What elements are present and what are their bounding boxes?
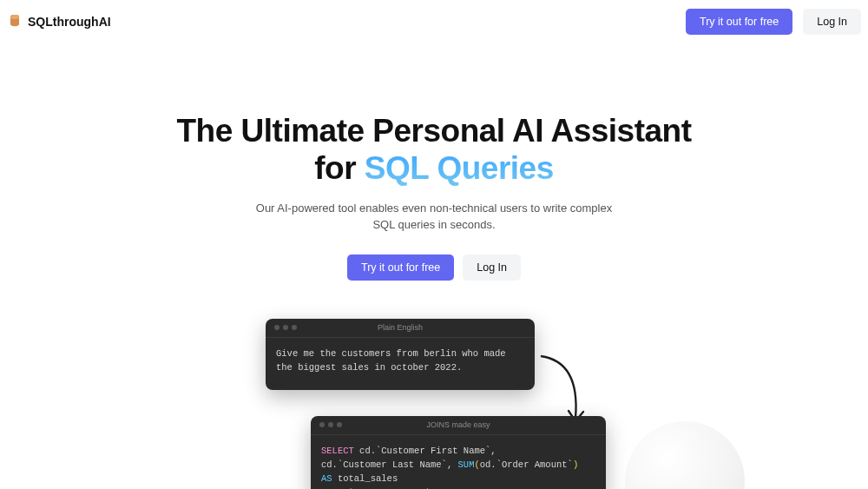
input-card-body: Give me the customers from berlin who ma… <box>266 338 535 384</box>
header-login-button[interactable]: Log In <box>803 9 861 35</box>
hero-title-highlight: SQL Queries <box>365 150 554 186</box>
hero-subtitle: Our AI-powered tool enables even non-tec… <box>252 201 616 234</box>
card-titlebar: Plain English <box>266 319 535 338</box>
hero-try-button[interactable]: Try it out for free <box>347 254 454 281</box>
code-line: SELECT cd.`Customer First Name`, <box>321 444 595 458</box>
demo-output-card: JOINS made easy SELECT cd.`Customer Firs… <box>311 416 606 489</box>
svg-point-1 <box>10 15 19 19</box>
output-card-title: JOINS made easy <box>426 420 490 429</box>
decorative-sphere <box>625 421 745 489</box>
hero-login-button[interactable]: Log In <box>463 254 521 281</box>
hero-title: The Ultimate Personal AI Assistant for S… <box>156 113 712 187</box>
header: SQLthroughAI Try it out for free Log In <box>0 0 868 43</box>
code-line: FROM `Customer Data` cd <box>321 486 595 489</box>
code-line: cd.`Customer Last Name`, SUM(od.`Order A… <box>321 458 595 472</box>
demo-input-card: Plain English Give me the customers from… <box>266 319 535 390</box>
header-try-button[interactable]: Try it out for free <box>686 9 792 35</box>
card-titlebar: JOINS made easy <box>311 416 606 435</box>
brand-logo-icon <box>7 14 23 30</box>
hero: The Ultimate Personal AI Assistant for S… <box>0 43 868 489</box>
demo-cards: Plain English Give me the customers from… <box>0 319 868 489</box>
code-line: AS total_sales <box>321 472 595 486</box>
header-buttons: Try it out for free Log In <box>686 9 861 35</box>
window-dots-icon <box>274 325 297 330</box>
output-card-body: SELECT cd.`Customer First Name`,cd.`Cust… <box>311 435 606 489</box>
brand[interactable]: SQLthroughAI <box>7 14 111 30</box>
hero-buttons: Try it out for free Log In <box>0 254 868 281</box>
brand-name: SQLthroughAI <box>28 15 111 29</box>
input-card-title: Plain English <box>378 323 423 332</box>
window-dots-icon <box>319 422 342 427</box>
